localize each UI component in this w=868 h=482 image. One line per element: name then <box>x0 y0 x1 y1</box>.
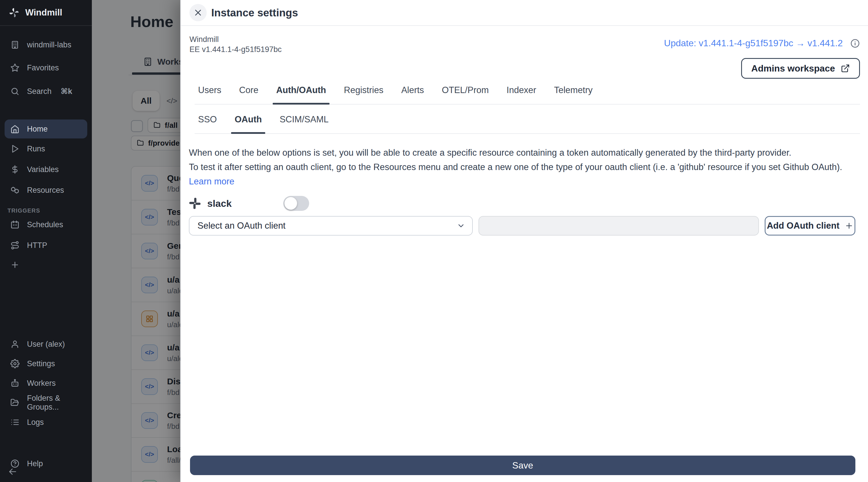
triggers-section-label: TRIGGERS <box>7 207 40 214</box>
plus-icon <box>10 260 20 270</box>
subtab-sso[interactable]: SSO <box>195 114 220 133</box>
runs-label: Runs <box>27 144 45 153</box>
tab-registries[interactable]: Registries <box>340 85 387 104</box>
star-icon <box>10 63 20 73</box>
building-icon <box>10 40 20 49</box>
route-icon <box>10 241 20 250</box>
learn-more-link[interactable]: Learn more <box>189 176 235 187</box>
plus-icon <box>845 222 854 230</box>
drawer-header: Instance settings <box>181 0 868 26</box>
info-icon[interactable] <box>850 38 860 48</box>
update-link[interactable]: Update: v1.441.1-4-g51f5197bc → v1.441.2 <box>664 38 843 49</box>
brand: Windmill <box>0 0 92 26</box>
sidebar-item-search[interactable]: Search ⌘k <box>0 83 92 100</box>
slack-enabled-toggle[interactable] <box>283 196 309 211</box>
admins-workspace-label: Admins workspace <box>751 63 835 74</box>
home-icon <box>10 124 20 134</box>
external-link-icon <box>841 64 850 73</box>
sidebar-item-workers[interactable]: Workers <box>0 374 92 392</box>
search-label: Search <box>27 87 52 96</box>
variables-label: Variables <box>27 165 59 174</box>
sidebar-item-workspace[interactable]: windmill-labs <box>0 36 92 53</box>
list-icon <box>10 418 20 427</box>
version-string: EE v1.441.1-4-g51f5197bc <box>189 45 282 55</box>
windmill-logo-icon <box>9 7 20 18</box>
tab-otel-prom[interactable]: OTEL/Prom <box>438 85 492 104</box>
slack-icon <box>189 197 201 209</box>
oauth-client-secret-input[interactable] <box>478 216 759 235</box>
user-label: User (alex) <box>27 340 65 349</box>
brand-label: Windmill <box>25 7 62 18</box>
calendar-icon <box>10 220 20 229</box>
sidebar-item-home[interactable]: Home <box>5 119 87 138</box>
tab-users[interactable]: Users <box>195 85 225 104</box>
sidebar-item-runs[interactable]: Runs <box>0 140 92 158</box>
app-name: Windmill <box>189 34 282 45</box>
collapse-sidebar-button[interactable] <box>0 463 92 480</box>
tab-alerts[interactable]: Alerts <box>398 85 427 104</box>
workers-label: Workers <box>27 379 56 388</box>
sidebar-item-user[interactable]: User (alex) <box>0 336 92 353</box>
sidebar-item-logs[interactable]: Logs <box>0 414 92 431</box>
sidebar-item-http[interactable]: HTTP <box>0 237 92 254</box>
instance-version: Windmill EE v1.441.1-4-g51f5197bc <box>189 34 282 55</box>
boxes-icon <box>10 186 20 195</box>
favorites-label: Favorites <box>27 63 59 73</box>
folders-groups-label: Folders & Groups... <box>27 394 92 412</box>
chevron-down-icon <box>457 222 465 230</box>
play-icon <box>10 144 20 153</box>
tab-auth-oauth[interactable]: Auth/OAuth <box>273 85 330 104</box>
schedules-label: Schedules <box>27 220 63 229</box>
sidebar-item-favorites[interactable]: Favorites <box>0 59 92 77</box>
auth-subtabs: SSO OAuth SCIM/SAML <box>195 114 860 134</box>
tab-telemetry[interactable]: Telemetry <box>551 85 596 104</box>
oauth-client-controls: Select an OAuth client Add OAuth client <box>189 216 856 235</box>
robot-icon <box>10 378 20 388</box>
oauth-client-select[interactable]: Select an OAuth client <box>189 216 473 235</box>
close-icon <box>194 8 203 17</box>
add-trigger-button[interactable] <box>0 256 92 274</box>
sidebar-item-variables[interactable]: Variables <box>0 161 92 178</box>
tab-indexer[interactable]: Indexer <box>503 85 539 104</box>
settings-tabs: Users Core Auth/OAuth Registries Alerts … <box>195 85 860 105</box>
sidebar-item-settings[interactable]: Settings <box>0 355 92 372</box>
subtab-oauth[interactable]: OAuth <box>231 114 265 133</box>
provider-name: slack <box>207 198 231 209</box>
search-icon <box>10 87 20 96</box>
sidebar-item-folders-groups[interactable]: Folders & Groups... <box>0 394 92 412</box>
settings-label: Settings <box>27 359 55 368</box>
workspace-label: windmill-labs <box>27 40 71 49</box>
search-shortcut: ⌘k <box>61 87 72 96</box>
admins-workspace-button[interactable]: Admins workspace <box>741 58 860 79</box>
save-button[interactable]: Save <box>190 456 856 475</box>
resources-label: Resources <box>27 186 64 195</box>
instance-settings-drawer: Instance settings Windmill EE v1.441.1-4… <box>180 0 868 482</box>
select-value: Select an OAuth client <box>197 221 457 231</box>
arrow-left-icon <box>8 467 17 476</box>
subtab-scim-saml[interactable]: SCIM/SAML <box>276 114 332 133</box>
sidebar-item-schedules[interactable]: Schedules <box>0 216 92 233</box>
gear-icon <box>10 359 20 368</box>
drawer-title: Instance settings <box>211 0 298 26</box>
add-oauth-client-button[interactable]: Add OAuth client <box>765 216 856 235</box>
sidebar-item-resources[interactable]: Resources <box>0 181 92 199</box>
update-row: Update: v1.441.1-4-g51f5197bc → v1.441.2 <box>664 38 860 49</box>
http-label: HTTP <box>27 241 48 250</box>
close-button[interactable] <box>189 4 207 21</box>
toggle-knob <box>284 197 297 210</box>
sidebar: Windmill windmill-labs Favorites Search … <box>0 0 92 482</box>
app-window: Windmill windmill-labs Favorites Search … <box>0 0 868 482</box>
logs-label: Logs <box>27 418 44 427</box>
add-oauth-client-label: Add OAuth client <box>767 221 839 231</box>
folder-open-icon <box>10 398 20 407</box>
dollar-icon <box>10 165 20 174</box>
tab-core[interactable]: Core <box>236 85 262 104</box>
oauth-description-1: When one of the below options is set, yo… <box>189 148 851 158</box>
oauth-description-2: To test it after setting an oauth client… <box>189 162 851 172</box>
home-label: Home <box>27 125 48 134</box>
user-icon <box>10 340 20 349</box>
slack-provider-row: slack <box>189 196 309 211</box>
